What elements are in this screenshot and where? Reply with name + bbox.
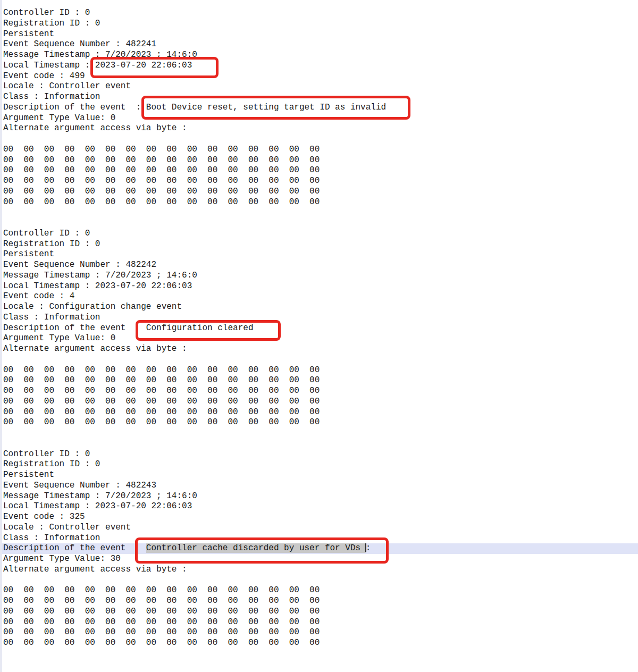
- log-line: Argument Type Value: 30: [0, 554, 638, 565]
- log-line: Persistent: [0, 29, 638, 40]
- log-text: Description of the event Configuration c…: [3, 323, 253, 333]
- log-line: Class : Information: [0, 533, 638, 544]
- log-text: Locale : Controller event: [3, 523, 131, 532]
- log-text: Persistent: [3, 29, 54, 39]
- hex-dump-row: 00 00 00 00 00 00 00 00 00 00 00 00 00 0…: [0, 638, 638, 649]
- log-line: Event code : 325: [0, 512, 638, 523]
- log-text: Event code : 499: [3, 71, 85, 81]
- hex-dump-row: 00 00 00 00 00 00 00 00 00 00 00 00 00 0…: [0, 596, 638, 607]
- log-line: Controller ID : 0: [0, 449, 638, 460]
- log-line: Message Timestamp : 7/20/2023 ; 14:6:0: [0, 50, 638, 61]
- log-text: :: [366, 543, 371, 553]
- log-text: Local Timestamp : 2023-07-20 22:06:03: [3, 61, 192, 70]
- log-line: Controller ID : 0: [0, 8, 638, 19]
- log-line: Alternate argument access via byte :: [0, 123, 638, 134]
- log-text: Argument Type Value: 0: [3, 333, 115, 343]
- log-text: Event Sequence Number : 482243: [3, 481, 156, 490]
- log-text: Controller ID : 0: [3, 449, 90, 459]
- log-text: Event Sequence Number : 482241: [3, 39, 156, 49]
- log-text: Local Timestamp : 2023-07-20 22:06:03: [3, 281, 192, 291]
- log-text: Registration ID : 0: [3, 459, 100, 469]
- hex-dump-row: 00 00 00 00 00 00 00 00 00 00 00 00 00 0…: [0, 407, 638, 418]
- log-line: Event Sequence Number : 482242: [0, 260, 638, 271]
- log-text: Class : Information: [3, 313, 100, 322]
- log-line: Locale : Controller event: [0, 81, 638, 92]
- log-text: Event code : 4: [3, 291, 74, 301]
- blank-line: [0, 649, 638, 659]
- log-line: Local Timestamp : 2023-07-20 22:06:03: [0, 501, 638, 512]
- log-text: Message Timestamp : 7/20/2023 ; 14:6:0: [3, 491, 197, 501]
- hex-dump-row: 00 00 00 00 00 00 00 00 00 00 00 00 00 0…: [0, 397, 638, 407]
- log-text: Event Sequence Number : 482242: [3, 260, 156, 270]
- log-text: Message Timestamp : 7/20/2023 ; 14:6:0: [3, 271, 197, 280]
- log-line: Message Timestamp : 7/20/2023 ; 14:6:0: [0, 491, 638, 502]
- blank-line: [0, 575, 638, 586]
- hex-dump-row: 00 00 00 00 00 00 00 00 00 00 00 00 00 0…: [0, 386, 638, 397]
- log-line: Locale : Configuration change event: [0, 302, 638, 313]
- hex-dump-row: 00 00 00 00 00 00 00 00 00 00 00 00 00 0…: [0, 187, 638, 197]
- blank-line: [0, 134, 638, 145]
- log-line: Description of the event Configuration c…: [0, 323, 638, 334]
- log-text: Controller ID : 0: [3, 8, 90, 18]
- log-line: Event code : 499: [0, 71, 638, 82]
- log-line: Class : Information: [0, 313, 638, 323]
- blank-line: [0, 207, 638, 218]
- blank-line: [0, 218, 638, 229]
- hex-dump-row: 00 00 00 00 00 00 00 00 00 00 00 00 00 0…: [0, 627, 638, 638]
- hex-dump-row: 00 00 00 00 00 00 00 00 00 00 00 00 00 0…: [0, 176, 638, 187]
- log-text: Description of the event : Boot Device r…: [3, 103, 386, 112]
- log-line: Alternate argument access via byte :: [0, 344, 638, 355]
- log-line: Alternate argument access via byte :: [0, 565, 638, 575]
- hex-dump-row: 00 00 00 00 00 00 00 00 00 00 00 00 00 0…: [0, 375, 638, 386]
- blank-line: [0, 355, 638, 365]
- log-line: Controller ID : 0: [0, 229, 638, 239]
- hex-dump-row: 00 00 00 00 00 00 00 00 00 00 00 00 00 0…: [0, 197, 638, 208]
- log-line: Registration ID : 0: [0, 459, 638, 470]
- log-text: Event code : 325: [3, 512, 85, 522]
- hex-dump-row: 00 00 00 00 00 00 00 00 00 00 00 00 00 0…: [0, 585, 638, 596]
- log-text: Persistent: [3, 249, 54, 259]
- hex-dump-row: 00 00 00 00 00 00 00 00 00 00 00 00 00 0…: [0, 145, 638, 155]
- log-text: Locale : Configuration change event: [3, 302, 182, 312]
- log-line: Description of the event Controller cach…: [0, 543, 638, 554]
- log-line: Event Sequence Number : 482243: [0, 481, 638, 491]
- hex-dump-row: 00 00 00 00 00 00 00 00 00 00 00 00 00 0…: [0, 417, 638, 428]
- left-edge-strip: [0, 0, 2, 672]
- log-line: Event code : 4: [0, 291, 638, 302]
- log-line: Message Timestamp : 7/20/2023 ; 14:6:0: [0, 271, 638, 281]
- blank-line: [0, 428, 638, 439]
- log-line: Event Sequence Number : 482241: [0, 39, 638, 50]
- log-line: Local Timestamp : 2023-07-20 22:06:03: [0, 281, 638, 292]
- log-text: Class : Information: [3, 92, 100, 102]
- log-line: Persistent: [0, 470, 638, 481]
- log-line: Registration ID : 0: [0, 19, 638, 29]
- log-line: Persistent: [0, 249, 638, 260]
- log-text: Message Timestamp : 7/20/2023 ; 14:6:0: [3, 50, 197, 60]
- log-line: Locale : Controller event: [0, 523, 638, 533]
- log-line: Argument Type Value: 0: [0, 333, 638, 344]
- hex-dump-row: 00 00 00 00 00 00 00 00 00 00 00 00 00 0…: [0, 617, 638, 628]
- log-text: Argument Type Value: 30: [3, 554, 121, 564]
- log-text: Registration ID : 0: [3, 239, 100, 249]
- hex-dump-row: 00 00 00 00 00 00 00 00 00 00 00 00 00 0…: [0, 165, 638, 176]
- log-line: Local Timestamp : 2023-07-20 22:06:03: [0, 61, 638, 71]
- log-line: Description of the event : Boot Device r…: [0, 103, 638, 113]
- log-text: Alternate argument access via byte :: [3, 565, 187, 574]
- log-text: Persistent: [3, 470, 54, 480]
- log-line: Registration ID : 0: [0, 239, 638, 250]
- log-text: Class : Information: [3, 533, 100, 543]
- hex-dump-row: 00 00 00 00 00 00 00 00 00 00 00 00 00 0…: [0, 155, 638, 166]
- log-text: Registration ID : 0: [3, 19, 100, 28]
- event-log-page: Controller ID : 0Registration ID : 0Pers…: [0, 0, 638, 672]
- log-text: Argument Type Value: 0: [3, 113, 115, 123]
- event-log-output: Controller ID : 0Registration ID : 0Pers…: [0, 8, 638, 669]
- hex-dump-row: 00 00 00 00 00 00 00 00 00 00 00 00 00 0…: [0, 607, 638, 617]
- log-line: Argument Type Value: 0: [0, 113, 638, 124]
- hex-dump-row: 00 00 00 00 00 00 00 00 00 00 00 00 00 0…: [0, 365, 638, 376]
- blank-line: [0, 659, 638, 670]
- log-text: Controller ID : 0: [3, 229, 90, 238]
- log-text: Locale : Controller event: [3, 81, 131, 91]
- log-text: Description of the event: [3, 543, 146, 553]
- log-text: Local Timestamp : 2023-07-20 22:06:03: [3, 501, 192, 511]
- selected-text: Controller cache discarded by user for V…: [146, 543, 366, 553]
